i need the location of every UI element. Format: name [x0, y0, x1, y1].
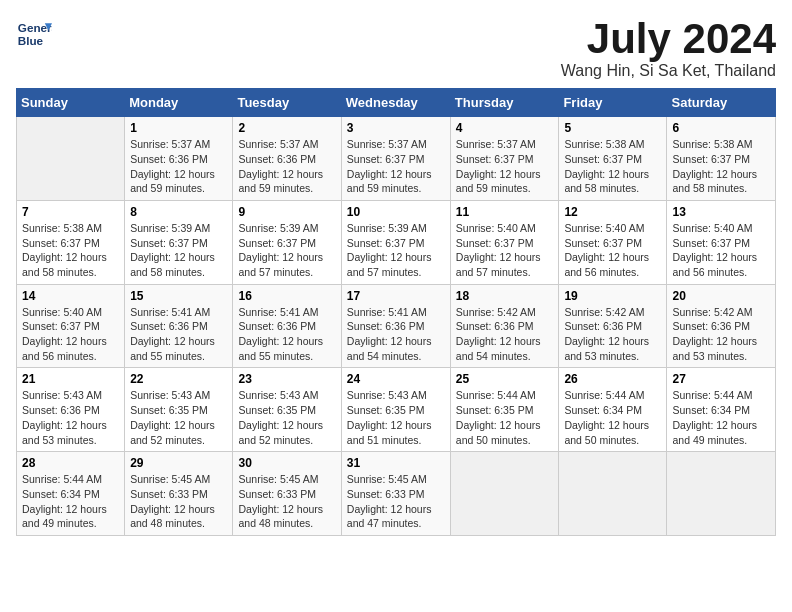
- table-row: 24Sunrise: 5:43 AM Sunset: 6:35 PM Dayli…: [341, 368, 450, 452]
- title-section: July 2024 Wang Hin, Si Sa Ket, Thailand: [561, 16, 776, 80]
- day-info: Sunrise: 5:37 AM Sunset: 6:36 PM Dayligh…: [238, 137, 335, 196]
- table-row: [667, 452, 776, 536]
- day-info: Sunrise: 5:38 AM Sunset: 6:37 PM Dayligh…: [672, 137, 770, 196]
- day-info: Sunrise: 5:42 AM Sunset: 6:36 PM Dayligh…: [456, 305, 554, 364]
- table-row: 9Sunrise: 5:39 AM Sunset: 6:37 PM Daylig…: [233, 200, 341, 284]
- day-info: Sunrise: 5:42 AM Sunset: 6:36 PM Dayligh…: [564, 305, 661, 364]
- day-number: 7: [22, 205, 119, 219]
- month-year-title: July 2024: [561, 16, 776, 62]
- day-info: Sunrise: 5:38 AM Sunset: 6:37 PM Dayligh…: [564, 137, 661, 196]
- table-row: 16Sunrise: 5:41 AM Sunset: 6:36 PM Dayli…: [233, 284, 341, 368]
- day-info: Sunrise: 5:41 AM Sunset: 6:36 PM Dayligh…: [238, 305, 335, 364]
- svg-text:General: General: [18, 21, 52, 34]
- day-number: 30: [238, 456, 335, 470]
- day-number: 24: [347, 372, 445, 386]
- day-number: 14: [22, 289, 119, 303]
- page-header: General Blue July 2024 Wang Hin, Si Sa K…: [16, 16, 776, 80]
- day-number: 28: [22, 456, 119, 470]
- day-number: 27: [672, 372, 770, 386]
- calendar-week-row: 28Sunrise: 5:44 AM Sunset: 6:34 PM Dayli…: [17, 452, 776, 536]
- logo-icon: General Blue: [16, 16, 52, 52]
- day-number: 13: [672, 205, 770, 219]
- table-row: 20Sunrise: 5:42 AM Sunset: 6:36 PM Dayli…: [667, 284, 776, 368]
- day-info: Sunrise: 5:43 AM Sunset: 6:35 PM Dayligh…: [238, 388, 335, 447]
- day-number: 26: [564, 372, 661, 386]
- table-row: [17, 117, 125, 201]
- header-wednesday: Wednesday: [341, 89, 450, 117]
- day-info: Sunrise: 5:44 AM Sunset: 6:34 PM Dayligh…: [564, 388, 661, 447]
- day-info: Sunrise: 5:40 AM Sunset: 6:37 PM Dayligh…: [564, 221, 661, 280]
- table-row: 14Sunrise: 5:40 AM Sunset: 6:37 PM Dayli…: [17, 284, 125, 368]
- day-info: Sunrise: 5:37 AM Sunset: 6:36 PM Dayligh…: [130, 137, 227, 196]
- day-info: Sunrise: 5:38 AM Sunset: 6:37 PM Dayligh…: [22, 221, 119, 280]
- header-sunday: Sunday: [17, 89, 125, 117]
- day-number: 17: [347, 289, 445, 303]
- header-saturday: Saturday: [667, 89, 776, 117]
- table-row: 19Sunrise: 5:42 AM Sunset: 6:36 PM Dayli…: [559, 284, 667, 368]
- table-row: 7Sunrise: 5:38 AM Sunset: 6:37 PM Daylig…: [17, 200, 125, 284]
- table-row: 28Sunrise: 5:44 AM Sunset: 6:34 PM Dayli…: [17, 452, 125, 536]
- day-number: 15: [130, 289, 227, 303]
- header-tuesday: Tuesday: [233, 89, 341, 117]
- day-info: Sunrise: 5:40 AM Sunset: 6:37 PM Dayligh…: [672, 221, 770, 280]
- table-row: 4Sunrise: 5:37 AM Sunset: 6:37 PM Daylig…: [450, 117, 559, 201]
- day-info: Sunrise: 5:45 AM Sunset: 6:33 PM Dayligh…: [238, 472, 335, 531]
- day-info: Sunrise: 5:41 AM Sunset: 6:36 PM Dayligh…: [130, 305, 227, 364]
- day-number: 9: [238, 205, 335, 219]
- day-info: Sunrise: 5:45 AM Sunset: 6:33 PM Dayligh…: [347, 472, 445, 531]
- calendar-week-row: 7Sunrise: 5:38 AM Sunset: 6:37 PM Daylig…: [17, 200, 776, 284]
- table-row: 15Sunrise: 5:41 AM Sunset: 6:36 PM Dayli…: [125, 284, 233, 368]
- table-row: 25Sunrise: 5:44 AM Sunset: 6:35 PM Dayli…: [450, 368, 559, 452]
- day-number: 10: [347, 205, 445, 219]
- table-row: 8Sunrise: 5:39 AM Sunset: 6:37 PM Daylig…: [125, 200, 233, 284]
- day-info: Sunrise: 5:40 AM Sunset: 6:37 PM Dayligh…: [22, 305, 119, 364]
- table-row: 13Sunrise: 5:40 AM Sunset: 6:37 PM Dayli…: [667, 200, 776, 284]
- location-subtitle: Wang Hin, Si Sa Ket, Thailand: [561, 62, 776, 80]
- day-number: 21: [22, 372, 119, 386]
- day-info: Sunrise: 5:39 AM Sunset: 6:37 PM Dayligh…: [130, 221, 227, 280]
- table-row: 26Sunrise: 5:44 AM Sunset: 6:34 PM Dayli…: [559, 368, 667, 452]
- day-number: 22: [130, 372, 227, 386]
- calendar-week-row: 14Sunrise: 5:40 AM Sunset: 6:37 PM Dayli…: [17, 284, 776, 368]
- header-friday: Friday: [559, 89, 667, 117]
- day-info: Sunrise: 5:39 AM Sunset: 6:37 PM Dayligh…: [347, 221, 445, 280]
- day-number: 2: [238, 121, 335, 135]
- calendar-header-row: Sunday Monday Tuesday Wednesday Thursday…: [17, 89, 776, 117]
- day-info: Sunrise: 5:44 AM Sunset: 6:34 PM Dayligh…: [672, 388, 770, 447]
- day-number: 20: [672, 289, 770, 303]
- day-info: Sunrise: 5:43 AM Sunset: 6:36 PM Dayligh…: [22, 388, 119, 447]
- table-row: 10Sunrise: 5:39 AM Sunset: 6:37 PM Dayli…: [341, 200, 450, 284]
- table-row: 29Sunrise: 5:45 AM Sunset: 6:33 PM Dayli…: [125, 452, 233, 536]
- day-number: 12: [564, 205, 661, 219]
- table-row: 22Sunrise: 5:43 AM Sunset: 6:35 PM Dayli…: [125, 368, 233, 452]
- day-info: Sunrise: 5:37 AM Sunset: 6:37 PM Dayligh…: [456, 137, 554, 196]
- table-row: 31Sunrise: 5:45 AM Sunset: 6:33 PM Dayli…: [341, 452, 450, 536]
- header-thursday: Thursday: [450, 89, 559, 117]
- day-info: Sunrise: 5:45 AM Sunset: 6:33 PM Dayligh…: [130, 472, 227, 531]
- day-number: 16: [238, 289, 335, 303]
- day-number: 3: [347, 121, 445, 135]
- table-row: 23Sunrise: 5:43 AM Sunset: 6:35 PM Dayli…: [233, 368, 341, 452]
- header-monday: Monday: [125, 89, 233, 117]
- day-number: 6: [672, 121, 770, 135]
- day-info: Sunrise: 5:39 AM Sunset: 6:37 PM Dayligh…: [238, 221, 335, 280]
- svg-text:Blue: Blue: [18, 34, 44, 47]
- table-row: 21Sunrise: 5:43 AM Sunset: 6:36 PM Dayli…: [17, 368, 125, 452]
- day-number: 29: [130, 456, 227, 470]
- day-number: 5: [564, 121, 661, 135]
- table-row: [559, 452, 667, 536]
- table-row: 30Sunrise: 5:45 AM Sunset: 6:33 PM Dayli…: [233, 452, 341, 536]
- day-info: Sunrise: 5:44 AM Sunset: 6:35 PM Dayligh…: [456, 388, 554, 447]
- table-row: 11Sunrise: 5:40 AM Sunset: 6:37 PM Dayli…: [450, 200, 559, 284]
- table-row: 27Sunrise: 5:44 AM Sunset: 6:34 PM Dayli…: [667, 368, 776, 452]
- table-row: 6Sunrise: 5:38 AM Sunset: 6:37 PM Daylig…: [667, 117, 776, 201]
- day-number: 19: [564, 289, 661, 303]
- table-row: 3Sunrise: 5:37 AM Sunset: 6:37 PM Daylig…: [341, 117, 450, 201]
- calendar-week-row: 1Sunrise: 5:37 AM Sunset: 6:36 PM Daylig…: [17, 117, 776, 201]
- table-row: 2Sunrise: 5:37 AM Sunset: 6:36 PM Daylig…: [233, 117, 341, 201]
- day-number: 8: [130, 205, 227, 219]
- day-info: Sunrise: 5:42 AM Sunset: 6:36 PM Dayligh…: [672, 305, 770, 364]
- day-number: 4: [456, 121, 554, 135]
- logo: General Blue: [16, 16, 52, 52]
- calendar-table: Sunday Monday Tuesday Wednesday Thursday…: [16, 88, 776, 536]
